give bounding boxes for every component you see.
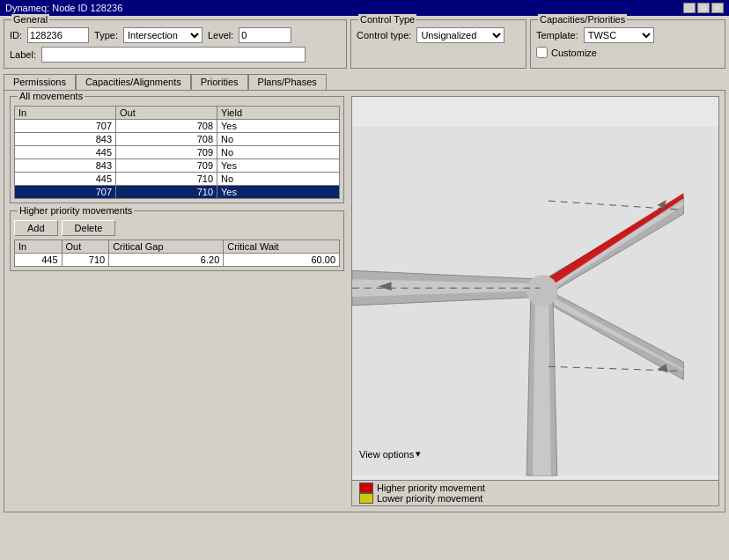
right-panel: View options ▾ Higher priority movement … <box>351 96 719 506</box>
template-label: Template: <box>536 30 578 41</box>
hp-col-out: Out <box>62 240 109 254</box>
type-select[interactable]: Intersection Junction Centroid <box>123 27 202 43</box>
all-movements-box: All movements In Out Yield 707708Yes8437… <box>10 96 344 203</box>
customize-checkbox[interactable] <box>536 47 548 58</box>
legend: Higher priority movement Lower priority … <box>352 480 718 505</box>
table-row[interactable]: 445710No <box>15 173 340 186</box>
label-field[interactable] <box>41 47 306 63</box>
hp-col-critical-wait: Critical Wait <box>224 240 340 254</box>
hp-col-in: In <box>15 240 63 254</box>
table-row[interactable]: 707708Yes <box>15 120 340 133</box>
hp-col-critical-gap: Critical Gap <box>109 240 224 254</box>
col-yield: Yield <box>217 107 340 120</box>
view-options[interactable]: View options ▾ <box>359 448 421 460</box>
id-label: ID: <box>10 30 22 41</box>
add-button[interactable]: Add <box>14 220 58 236</box>
table-row[interactable]: 707710Yes <box>15 186 340 199</box>
legend-label-lower: Lower priority movement <box>377 493 482 504</box>
all-movements-label: All movements <box>18 91 85 101</box>
higher-priority-table: In Out Critical Gap Critical Wait 445710… <box>14 239 340 267</box>
view-options-label: View options <box>359 449 414 460</box>
tabs-row: Permissions Capacities/Alignments Priori… <box>4 74 725 90</box>
general-label: General <box>11 14 49 25</box>
delete-button[interactable]: Delete <box>62 220 116 236</box>
svg-point-10 <box>526 275 558 306</box>
type-label: Type: <box>94 30 118 41</box>
tab-content: All movements In Out Yield 707708Yes8437… <box>4 90 725 512</box>
level-field[interactable] <box>239 27 291 43</box>
label-label: Label: <box>10 49 36 60</box>
ct-label: Control type: <box>357 30 411 41</box>
title-bar-buttons: _ □ × <box>683 3 724 13</box>
capacities-group: Capacities/Priorities Template: TWSC AWS… <box>530 19 725 69</box>
table-row[interactable]: 843709Yes <box>15 159 340 173</box>
legend-item-higher: Higher priority movement <box>359 483 711 493</box>
template-select[interactable]: TWSC AWSC Custom <box>584 27 654 43</box>
legend-color-lower <box>359 493 373 504</box>
minimize-button[interactable]: _ <box>683 3 696 13</box>
all-movements-table: In Out Yield 707708Yes843708No445709No84… <box>14 106 340 199</box>
col-in: In <box>15 107 116 120</box>
control-type-label: Control Type <box>358 14 416 25</box>
level-label: Level: <box>208 30 233 41</box>
higher-priority-label: Higher priority movements <box>18 205 134 216</box>
tab-permissions[interactable]: Permissions <box>4 74 76 90</box>
higher-priority-box: Higher priority movements Add Delete In … <box>10 210 344 271</box>
table-row[interactable]: 445709No <box>15 146 340 159</box>
capacities-label: Capacities/Priorities <box>538 14 627 25</box>
tab-plans-phases[interactable]: Plans/Phases <box>248 74 327 90</box>
table-row[interactable]: 4457106.2060.00 <box>15 254 340 267</box>
svg-marker-8 <box>533 288 551 475</box>
legend-label-higher: Higher priority movement <box>377 483 485 493</box>
control-type-select[interactable]: Unsignalized Signalized Stop Yield <box>416 27 504 43</box>
title-text: Dynameq: Node ID 128236 <box>5 3 122 13</box>
table-row[interactable]: 843708No <box>15 133 340 146</box>
tab-capacities-alignments[interactable]: Capacities/Alignments <box>76 74 191 90</box>
legend-color-higher <box>359 483 373 493</box>
general-group: General ID: Type: Intersection Junction … <box>4 19 347 69</box>
id-field[interactable] <box>27 27 89 43</box>
close-button[interactable]: × <box>711 3 724 13</box>
tab-priorities[interactable]: Priorities <box>191 74 248 90</box>
legend-item-lower: Lower priority movement <box>359 493 711 504</box>
customize-label: Customize <box>551 48 597 58</box>
control-type-group: Control Type Control type: Unsignalized … <box>350 19 526 69</box>
intersection-diagram <box>352 97 718 505</box>
view-options-arrow: ▾ <box>416 448 421 460</box>
col-out: Out <box>116 107 217 120</box>
left-panel: All movements In Out Yield 707708Yes8437… <box>10 96 344 506</box>
maximize-button[interactable]: □ <box>697 3 710 13</box>
